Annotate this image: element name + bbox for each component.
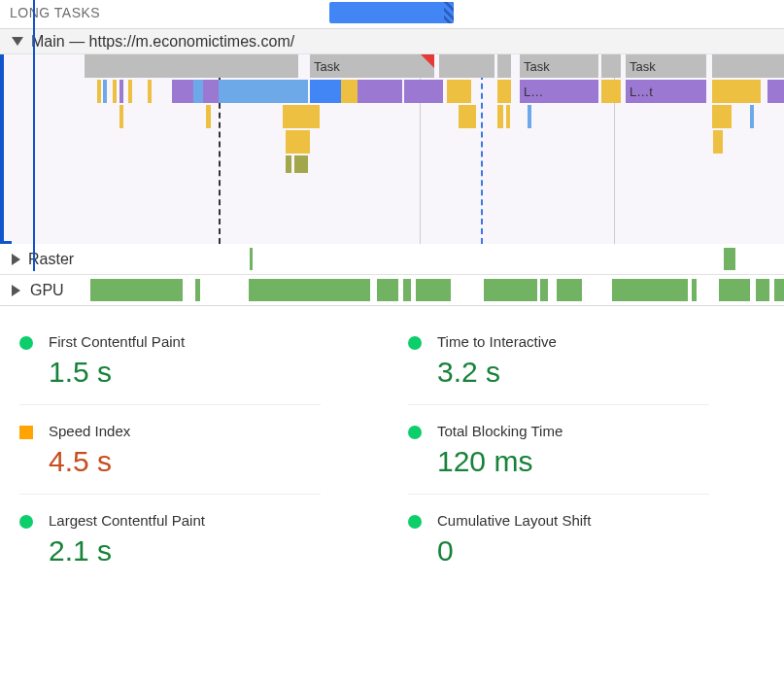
raster-block[interactable] (250, 248, 253, 270)
flame-layout[interactable] (172, 80, 193, 103)
flame-script[interactable] (283, 105, 320, 128)
main-thread-label: Main — https://m.economictimes.com/ (31, 33, 294, 51)
metric-label: Speed Index (49, 423, 321, 439)
metric-value: 4.5 s (49, 445, 321, 478)
raster-blocks (0, 248, 784, 270)
timeline-marker[interactable] (33, 0, 35, 271)
flame-script[interactable] (459, 105, 476, 128)
metric-label: Cumulative Layout Shift (437, 512, 709, 529)
flame-script[interactable] (113, 80, 117, 103)
long-tasks-track[interactable]: LONG TASKS (0, 0, 784, 29)
flame-script[interactable] (497, 105, 503, 128)
flame-script[interactable] (286, 130, 310, 154)
metric-value: 120 ms (437, 445, 709, 478)
flame-event[interactable] (750, 105, 754, 128)
metric-fcp[interactable]: First Contentful Paint 1.5 s (19, 316, 321, 405)
raster-block[interactable] (724, 248, 735, 270)
metric-value: 2.1 s (49, 534, 321, 567)
status-dot-icon (19, 515, 33, 529)
metric-cls[interactable]: Cumulative Layout Shift 0 (408, 495, 709, 583)
main-thread-header[interactable]: Main — https://m.economictimes.com/ (0, 29, 784, 54)
metric-label: First Contentful Paint (49, 333, 321, 350)
gpu-block[interactable] (719, 279, 750, 301)
gpu-block[interactable] (774, 279, 784, 301)
long-tasks-label: LONG TASKS (10, 5, 100, 20)
status-dot-icon (408, 515, 422, 529)
status-dot-icon (408, 426, 422, 439)
flame-layout[interactable] (203, 80, 219, 103)
selection-bracket (0, 54, 12, 244)
gpu-block[interactable] (377, 279, 398, 301)
flame-script[interactable] (712, 105, 732, 128)
gpu-blocks (0, 279, 784, 301)
status-square-icon (19, 426, 33, 439)
flame-event[interactable] (528, 105, 531, 128)
metric-label: Largest Contentful Paint (49, 512, 321, 529)
main-thread-track[interactable]: Main — https://m.economictimes.com/ Task… (0, 29, 784, 244)
flame-script[interactable] (447, 80, 471, 103)
flame-task[interactable] (497, 54, 511, 78)
gpu-block[interactable] (249, 279, 370, 301)
gpu-track[interactable]: GPU (0, 275, 784, 306)
gpu-block[interactable] (90, 279, 183, 301)
metric-label: Total Blocking Time (437, 423, 709, 439)
flame-script[interactable] (497, 80, 511, 103)
flame-script[interactable] (128, 80, 132, 103)
flame-script[interactable] (97, 80, 101, 103)
flame-event[interactable] (103, 80, 107, 103)
raster-track[interactable]: Raster (0, 244, 784, 275)
gpu-label: GPU (28, 282, 66, 299)
gpu-block[interactable] (540, 279, 548, 301)
metric-value: 0 (437, 534, 709, 567)
flame-layout[interactable] (767, 80, 784, 103)
metric-lcp[interactable]: Largest Contentful Paint 2.1 s (19, 495, 321, 583)
long-task-warning-icon (421, 54, 434, 68)
long-task-block[interactable] (329, 2, 454, 23)
gpu-block[interactable] (557, 279, 582, 301)
flame-script[interactable] (601, 80, 621, 103)
flame-layout[interactable] (358, 80, 402, 103)
metric-tti[interactable]: Time to Interactive 3.2 s (408, 316, 709, 405)
flame-layout[interactable]: L…t (626, 80, 706, 103)
metric-speed-index[interactable]: Speed Index 4.5 s (19, 405, 321, 495)
gpu-block[interactable] (195, 279, 200, 301)
gpu-block[interactable] (484, 279, 537, 301)
flame-task[interactable] (601, 54, 621, 78)
flame-script[interactable] (712, 80, 761, 103)
metric-value: 3.2 s (437, 356, 709, 389)
flame-task[interactable]: Task (310, 54, 434, 78)
flame-task[interactable] (85, 54, 298, 78)
flame-layout[interactable] (119, 80, 123, 103)
status-dot-icon (408, 336, 422, 350)
gpu-block[interactable] (416, 279, 451, 301)
flame-event[interactable] (310, 80, 341, 103)
flame-misc[interactable] (294, 155, 308, 173)
flame-layout[interactable]: L… (520, 80, 598, 103)
metric-tbt[interactable]: Total Blocking Time 120 ms (408, 405, 709, 495)
flame-event[interactable] (219, 80, 308, 103)
flame-chart[interactable]: Task Task Task L… L…t (0, 54, 784, 244)
flame-script[interactable] (206, 105, 211, 128)
flame-script[interactable] (341, 80, 358, 103)
gpu-block[interactable] (692, 279, 697, 301)
chevron-down-icon (12, 37, 23, 46)
gpu-block[interactable] (612, 279, 688, 301)
gpu-block[interactable] (756, 279, 769, 301)
time-marker-blue (481, 54, 483, 244)
flame-task[interactable]: Task (626, 54, 706, 78)
flame-event[interactable] (193, 80, 203, 103)
flame-script[interactable] (713, 130, 723, 154)
flame-script[interactable] (506, 105, 510, 128)
flame-script[interactable] (119, 105, 123, 128)
metrics-panel: First Contentful Paint 1.5 s Time to Int… (0, 306, 784, 602)
flame-misc[interactable] (286, 155, 291, 173)
flame-task[interactable]: Task (520, 54, 598, 78)
flame-task[interactable] (439, 54, 494, 78)
metric-value: 1.5 s (49, 356, 321, 389)
status-dot-icon (19, 336, 33, 350)
flame-script[interactable] (148, 80, 152, 103)
metric-label: Time to Interactive (437, 333, 709, 350)
flame-layout[interactable] (404, 80, 443, 103)
gpu-block[interactable] (403, 279, 411, 301)
flame-task[interactable] (712, 54, 784, 78)
